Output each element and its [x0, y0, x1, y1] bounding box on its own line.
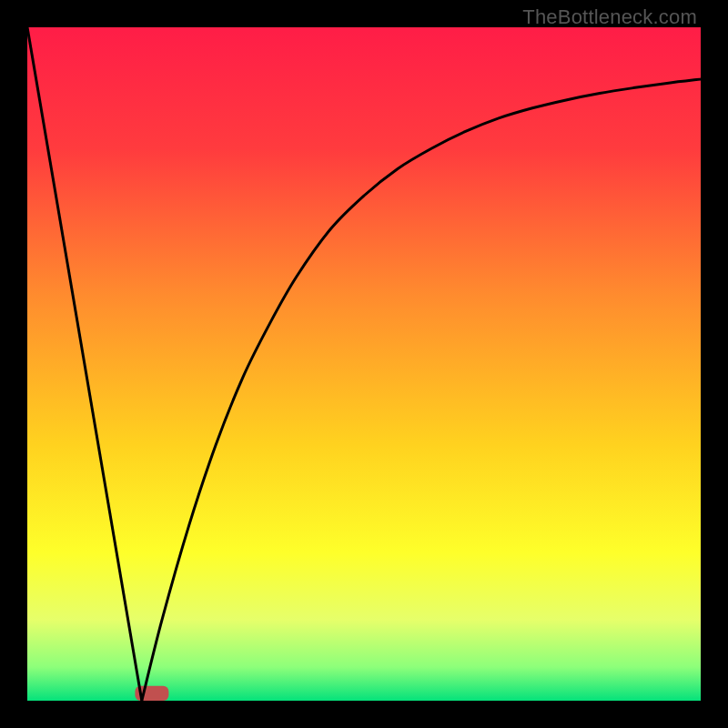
plot-area [27, 27, 701, 701]
gradient-background [27, 27, 701, 701]
chart-svg [27, 27, 701, 701]
chart-frame: TheBottleneck.com [0, 0, 728, 728]
watermark-label: TheBottleneck.com [522, 5, 697, 29]
